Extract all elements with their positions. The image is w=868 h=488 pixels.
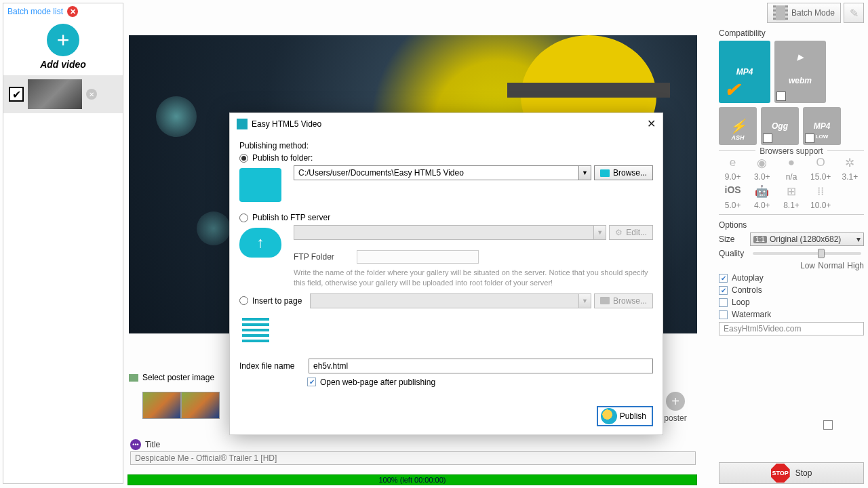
insert-page-select	[310, 293, 579, 308]
controls-checkbox[interactable]: ✔	[719, 286, 728, 295]
browse-page-button: Browse...	[594, 293, 653, 308]
batch-item[interactable]: ✔ ✕	[3, 75, 123, 113]
add-video-button[interactable]: + Add video	[3, 20, 123, 75]
index-file-input[interactable]	[309, 359, 653, 373]
insert-page-radio[interactable]	[239, 296, 248, 305]
quality-label: Quality	[719, 249, 746, 258]
film-icon	[773, 5, 788, 20]
batch-mode-button[interactable]: Batch Mode	[767, 3, 841, 23]
progress-bar: 100% (left 00:00:00)	[127, 474, 697, 485]
title-label: Title	[145, 440, 160, 449]
watermark-input[interactable]	[719, 322, 864, 336]
close-batch-icon[interactable]: ✕	[67, 6, 78, 17]
publish-ftp-label: Publish to FTP server	[252, 213, 330, 222]
chrome-icon: ◉	[748, 156, 776, 169]
size-label: Size	[719, 235, 746, 244]
title-icon: •••	[130, 439, 141, 450]
poster-thumb[interactable]	[142, 392, 181, 419]
app-icon	[237, 119, 248, 129]
globe-icon	[601, 408, 617, 424]
wand-button[interactable]: ✎	[844, 3, 864, 23]
add-video-label: Add video	[40, 59, 86, 70]
format-checkbox[interactable]	[805, 134, 814, 143]
chevron-down-icon[interactable]: ▼	[579, 165, 591, 180]
folder-icon	[600, 297, 610, 304]
page-icon	[242, 317, 269, 344]
chevron-down-icon: ▼	[579, 293, 591, 308]
ftp-folder-label: FTP Folder	[294, 252, 355, 262]
batch-item-thumbnail	[28, 79, 82, 109]
watermark-checkbox[interactable]	[719, 310, 728, 319]
edit-ftp-button: ⚙ Edit...	[609, 225, 653, 240]
compatibility-label: Compatibility	[719, 28, 864, 38]
ftp-server-select	[294, 225, 594, 240]
gear-icon: ⚙	[615, 228, 623, 237]
quality-slider[interactable]	[753, 252, 861, 255]
poster-thumb[interactable]	[181, 392, 220, 419]
bb-icon: ⁞⁞	[807, 184, 835, 198]
format-mp4low[interactable]: MP4 LOW	[803, 107, 841, 145]
open-after-checkbox[interactable]: ✔	[307, 378, 316, 386]
ftp-folder-input	[357, 250, 479, 264]
format-flash[interactable]: ⚡ASH	[719, 107, 757, 145]
wand-icon: ✎	[850, 7, 859, 20]
select-poster-label: Select poster image	[142, 373, 214, 382]
dialog-title: Easy HTML5 Video	[252, 119, 321, 129]
publish-ftp-radio[interactable]	[239, 214, 248, 222]
plus-icon: +	[47, 24, 79, 56]
title-input[interactable]	[130, 451, 696, 465]
batch-item-remove-icon[interactable]: ✕	[86, 89, 97, 100]
stop-icon: STOP	[771, 464, 790, 483]
ftp-help-text: Write the name of the folder where your …	[294, 268, 653, 288]
close-icon[interactable]: ✕	[647, 117, 656, 130]
poster-checkbox[interactable]	[823, 420, 833, 430]
options-label: Options	[719, 220, 864, 230]
format-ogg[interactable]: Ogg	[761, 107, 799, 145]
batch-item-checkbox[interactable]: ✔	[9, 87, 24, 102]
plus-icon: +	[666, 392, 685, 411]
browse-folder-button[interactable]: Browse...	[594, 165, 653, 180]
chevron-down-icon: ▼	[594, 225, 606, 240]
windows-icon: ⊞	[777, 184, 805, 198]
batch-panel: Batch mode list ✕ + Add video ✔ ✕	[3, 3, 123, 484]
ie-icon: e	[719, 156, 747, 169]
android-icon: 🤖	[748, 184, 776, 198]
format-checkbox[interactable]	[776, 92, 786, 101]
size-select[interactable]: 1:1Original (1280x682) ▾	[750, 232, 864, 246]
publish-folder-label: Publish to folder:	[252, 153, 313, 163]
ios-icon: iOS	[719, 184, 747, 198]
format-webm[interactable]: ▶ webm	[774, 41, 826, 103]
opera-icon: O	[807, 156, 835, 169]
batch-title: Batch mode list	[7, 7, 63, 16]
format-mp4[interactable]: MP4 ✔	[719, 41, 770, 103]
stop-button[interactable]: STOP Stop	[719, 462, 864, 484]
publish-button[interactable]: Publish	[597, 406, 653, 426]
folder-icon	[600, 169, 610, 177]
browsers-support-label: Browsers support	[755, 146, 827, 156]
publishing-method-label: Publishing method:	[239, 141, 653, 150]
loop-checkbox[interactable]	[719, 298, 728, 307]
upload-icon: ↑	[239, 228, 281, 258]
firefox-icon: ●	[777, 156, 805, 169]
publish-dialog: Easy HTML5 Video ✕ Publishing method: Pu…	[229, 113, 663, 435]
safari-icon: ✲	[836, 156, 864, 169]
folder-icon	[239, 168, 281, 202]
image-icon	[129, 374, 138, 382]
check-icon: ✔	[724, 79, 743, 98]
folder-path-input[interactable]	[294, 165, 579, 180]
title-row: ••• Title	[130, 439, 696, 465]
chevron-down-icon: ▾	[856, 235, 861, 244]
insert-page-label: Insert to page	[252, 296, 302, 306]
index-file-label: Index file name	[239, 361, 302, 371]
open-after-label: Open web-page after publishing	[320, 378, 435, 387]
publish-folder-radio[interactable]	[239, 154, 248, 163]
format-checkbox[interactable]	[763, 134, 772, 143]
autoplay-checkbox[interactable]: ✔	[719, 274, 728, 283]
right-panel: Batch Mode ✎ Compatibility MP4 ✔ ▶ webm …	[719, 3, 864, 336]
